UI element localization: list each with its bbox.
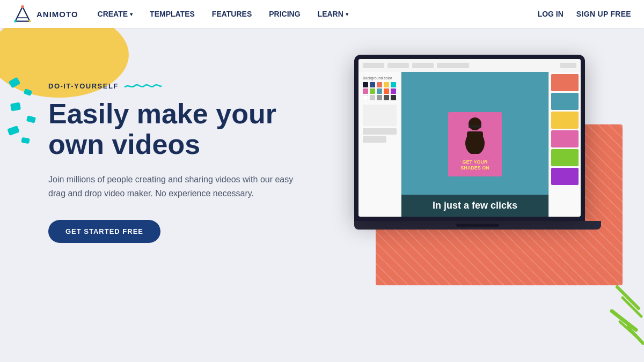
color-swatches [363,82,397,100]
logo[interactable]: ANIMOTO [13,4,78,24]
toolbar-button [387,63,409,68]
navbar: ANIMOTO CREATE ▾ TEMPLATES FEATURES PRIC… [0,0,644,28]
laptop-mockup: Background color [354,55,606,253]
svg-point-4 [28,20,31,23]
thumbnail [551,74,579,91]
hero-image-area: Background color [354,55,617,285]
thumbnail [551,149,579,166]
laptop-screen: Background color [358,59,581,217]
svg-rect-13 [469,125,474,128]
svg-point-10 [469,117,481,130]
nav-features[interactable]: FEATURES [212,10,252,18]
thumbnails-panel [548,72,581,217]
green-strokes-decoration [601,282,644,346]
logo-text: ANIMOTO [36,10,78,19]
svg-point-3 [14,20,17,23]
hero-content: DO-IT-YOURSELF Easily make your own vide… [48,82,295,243]
laptop-body: Background color [354,55,585,221]
svg-rect-14 [476,125,481,128]
thumbnail [551,112,579,129]
nav-templates[interactable]: TEMPLATES [150,10,195,18]
laptop-notch [456,224,499,227]
nav-pricing[interactable]: PRICING [269,10,300,18]
wavy-line-decoration [124,82,162,90]
product-card-title: GET YOUR SHADES ON [460,159,489,171]
hero-title: Easily make your own videos [48,99,295,160]
hero-section: DO-IT-YOURSELF Easily make your own vide… [0,28,644,362]
thumbnail [551,130,579,147]
teal-dot [10,102,21,112]
screen-background: Background color [358,59,581,217]
main-canvas: GET YOUR SHADES ON In just a few clicks [401,72,548,217]
toolbar-button [412,63,434,68]
svg-line-5 [617,287,639,308]
teal-dot [7,125,19,136]
svg-rect-12 [467,131,483,144]
animoto-logo-icon [13,4,32,24]
get-started-button[interactable]: GET STARTED FREE [48,220,160,243]
nav-learn[interactable]: LEARN ▾ [318,10,348,18]
thumbnail [551,168,579,185]
thumbnail [551,93,579,110]
teal-dot [21,137,30,144]
nav-right: LOG IN SIGN UP FREE [538,10,631,18]
screen-toolbar [358,59,581,72]
teal-dot [26,115,36,123]
svg-point-2 [21,5,24,8]
screen-content: Background color [358,72,581,217]
video-caption: In just a few clicks [401,195,548,217]
nav-links: CREATE ▾ TEMPLATES FEATURES PRICING LEAR… [98,10,538,18]
diy-label: DO-IT-YOURSELF [48,82,295,90]
product-card: GET YOUR SHADES ON [448,112,502,176]
laptop-base [354,221,601,230]
nav-create[interactable]: CREATE ▾ [98,10,133,18]
signup-link[interactable]: SIGN UP FREE [576,10,631,18]
toolbar-button [560,63,576,68]
person-silhouette [462,116,488,154]
toolbar-button [363,63,384,68]
login-link[interactable]: LOG IN [538,10,564,18]
chevron-down-icon: ▾ [346,11,348,17]
hero-subtitle: Join millions of people creating and sha… [48,173,295,200]
color-panel: Background color [358,72,401,217]
diy-text: DO-IT-YOURSELF [48,82,119,90]
chevron-down-icon: ▾ [130,11,133,17]
toolbar-button [437,63,469,68]
svg-marker-0 [16,7,30,21]
